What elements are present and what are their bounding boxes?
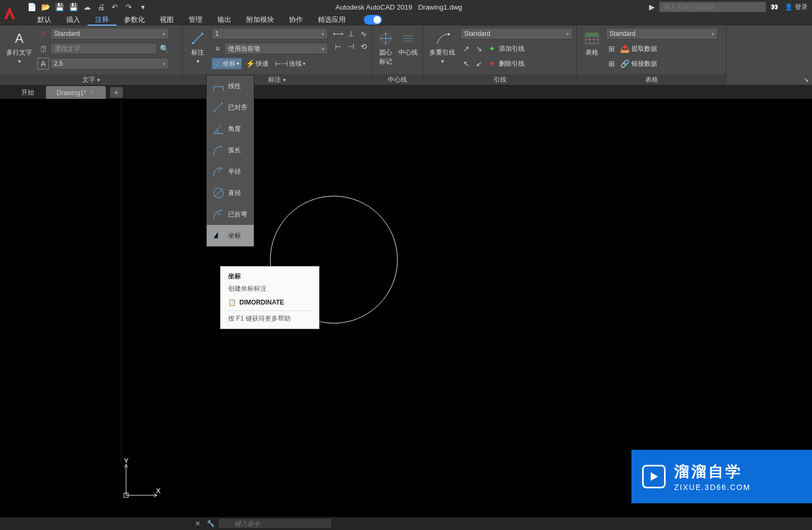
watermark-zh: 溜溜自学: [674, 462, 751, 482]
tooltip-foot: 按 F1 键获得更多帮助: [228, 310, 311, 323]
plot-icon[interactable]: 🖨: [95, 1, 107, 13]
dim-radius-item[interactable]: 半径: [207, 161, 254, 182]
table-icon: [583, 30, 600, 47]
dim-ordinate-item[interactable]: 坐标: [207, 225, 254, 246]
leader-add-icon[interactable]: ✦: [486, 43, 498, 54]
tab-view[interactable]: 视图: [152, 14, 181, 26]
tab-annotate[interactable]: 注释: [88, 14, 116, 26]
dim-tool4-icon[interactable]: ⊢: [332, 41, 344, 52]
mtext-button[interactable]: A 多行文字 ▾: [3, 28, 35, 66]
dim-tool1-icon[interactable]: ⟷: [332, 28, 344, 40]
dim-angular-item[interactable]: 角度: [207, 118, 254, 139]
textheight-icon[interactable]: A: [37, 58, 49, 69]
dim-match-dropdown[interactable]: 使用当前项▾: [224, 43, 328, 54]
leader-icon1[interactable]: ↗: [460, 43, 472, 54]
leader-remove-icon[interactable]: ✦: [486, 58, 498, 69]
leader-icon2[interactable]: ↘: [473, 43, 485, 54]
leader-icon4[interactable]: ↙: [473, 58, 485, 69]
close-tab-icon[interactable]: ×: [90, 88, 95, 97]
redo-icon[interactable]: ↷: [123, 1, 135, 13]
dim-scale-dropdown[interactable]: 1▾: [212, 28, 328, 40]
find-text-input[interactable]: 查找文字: [50, 43, 157, 54]
tab-output[interactable]: 输出: [210, 14, 239, 26]
watermark-play-icon: [642, 465, 666, 488]
table-link-label[interactable]: 链接数据: [631, 59, 657, 68]
file-tabs: 开始 Drawing1*× +: [0, 85, 812, 99]
centermark-button[interactable]: 圆心 标记: [376, 28, 395, 68]
centerline-button[interactable]: 中心线: [397, 28, 419, 59]
user-icon: 👤: [785, 3, 793, 11]
table-ex-icon1[interactable]: ⊞: [606, 43, 618, 54]
dim-linear-item[interactable]: 线性: [207, 75, 254, 97]
login-button[interactable]: 👤 登录: [785, 3, 808, 12]
search-play-icon[interactable]: ▶: [649, 3, 655, 11]
dimlayer-icon[interactable]: ≡: [212, 43, 223, 54]
panel-centerline: 圆心 标记 中心线 中心线: [372, 26, 423, 85]
table-button[interactable]: 表格: [580, 28, 604, 59]
dim-arc-item[interactable]: 弧长: [207, 139, 254, 161]
dimension-button[interactable]: 标注 ▾: [186, 28, 209, 66]
dim-tool6-icon[interactable]: ⟲: [358, 41, 370, 52]
mleader-button[interactable]: 多重引线 ▾: [426, 28, 458, 66]
dim-quick-button[interactable]: ⚡快速: [243, 58, 271, 69]
save-icon[interactable]: 💾: [53, 1, 65, 13]
dim-jogged-item[interactable]: 已折弯: [207, 204, 254, 225]
panel-table-label[interactable]: 表格: [577, 74, 726, 85]
dim-diameter-item[interactable]: 直径: [207, 182, 254, 204]
tab-parametric[interactable]: 参数化: [116, 14, 152, 26]
cloud-icon[interactable]: ☁: [81, 1, 93, 13]
table-link-icon[interactable]: 🔗: [619, 58, 630, 69]
leader-add-label[interactable]: 添加引线: [499, 44, 525, 53]
table-extract-label[interactable]: 提取数据: [631, 44, 657, 53]
svg-point-1: [448, 33, 450, 35]
qat-dropdown-icon[interactable]: ▾: [137, 1, 149, 13]
spellcheck-icon[interactable]: ✓: [37, 28, 49, 40]
undo-icon[interactable]: ↶: [109, 1, 121, 13]
dialog-launcher-icon[interactable]: ↘: [803, 76, 809, 83]
tab-manage[interactable]: 管理: [181, 14, 210, 26]
centermark-icon: [377, 30, 394, 47]
dim-tool5-icon[interactable]: ⊣: [345, 41, 357, 52]
command-input[interactable]: [218, 518, 332, 529]
text-icon: A: [11, 30, 28, 47]
ucs-icon: XY: [121, 458, 163, 502]
saveas-icon[interactable]: 💾: [67, 1, 79, 13]
text-height-dropdown[interactable]: 2.5▾: [50, 58, 169, 69]
table-style-dropdown[interactable]: Standard▾: [606, 28, 718, 40]
mleader-icon: [434, 30, 451, 47]
leader-icon3[interactable]: ↖: [460, 58, 472, 69]
findtext-icon[interactable]: ⍰: [37, 43, 49, 54]
status-bar: ✕ 🔧 ▶_: [0, 517, 812, 530]
dim-coord-split[interactable]: 坐标 ▾: [212, 58, 242, 69]
new-icon[interactable]: 📄: [26, 1, 37, 13]
table-ex-icon2[interactable]: ⊞: [606, 58, 618, 69]
find-search-icon[interactable]: 🔍: [158, 43, 170, 54]
search-input[interactable]: [659, 2, 766, 12]
panel-leader-label[interactable]: 引线: [423, 74, 576, 85]
status-wrench-icon[interactable]: 🔧: [205, 518, 216, 529]
status-close-icon[interactable]: ✕: [192, 518, 203, 529]
quick-access-toolbar: 📄 📂 💾 💾 ☁ 🖨 ↶ ↷ ▾: [26, 0, 149, 14]
tab-insert[interactable]: 插入: [59, 14, 88, 26]
tab-collab[interactable]: 协作: [282, 14, 310, 26]
panel-text: A 多行文字 ▾ ✓ Standard▾ ⍰ 查找文字 🔍: [0, 26, 183, 85]
ribbon-toggle[interactable]: [364, 15, 382, 25]
leader-style-dropdown[interactable]: Standard▾: [460, 28, 573, 40]
table-extract-icon[interactable]: 📤: [619, 43, 630, 54]
tab-default[interactable]: 默认: [30, 14, 59, 26]
dim-tool2-icon[interactable]: ⊥: [345, 28, 357, 40]
tab-addins[interactable]: 附加模块: [239, 14, 282, 26]
dim-continue-button[interactable]: ⊢⊣连续▾: [272, 58, 308, 69]
tab-featured[interactable]: 精选应用: [310, 14, 353, 26]
app-logo[interactable]: [0, 0, 19, 26]
panel-text-label[interactable]: 文字▾ ↘: [0, 74, 182, 85]
file-tab-add[interactable]: +: [110, 87, 123, 98]
binoculars-icon[interactable]: 👀: [770, 3, 778, 11]
dim-tool3-icon[interactable]: ∿: [358, 28, 370, 40]
file-tab-start[interactable]: 开始: [11, 86, 45, 99]
file-tab-drawing[interactable]: Drawing1*×: [46, 86, 106, 99]
dim-aligned-item[interactable]: 已对齐: [207, 97, 254, 118]
open-icon[interactable]: 📂: [40, 1, 51, 13]
leader-remove-label[interactable]: 删除引线: [499, 59, 525, 68]
text-style-dropdown[interactable]: Standard▾: [50, 28, 169, 40]
